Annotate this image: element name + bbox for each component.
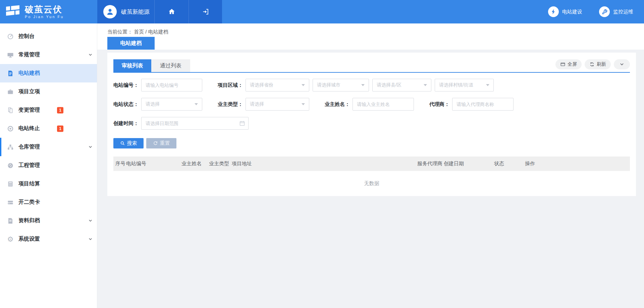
top-bar: 破茧云伏 Po Jian Yun Fu 破茧新能源	[0, 0, 644, 23]
fullscreen-icon	[560, 62, 566, 67]
sidebar-item-label: 仓库管理	[18, 143, 40, 150]
home-icon	[168, 8, 176, 16]
col-project-address: 项目地址	[232, 161, 417, 167]
col-owner-name: 业主姓名	[181, 161, 209, 167]
filter-owner-type: 业主类型： 请选择	[218, 98, 309, 111]
chevron-down-icon	[88, 237, 93, 241]
col-station-no: 电站编号	[126, 161, 181, 167]
module-link-monitoring[interactable]: 监控运维	[599, 6, 633, 17]
city-placeholder: 请选择城市	[317, 82, 340, 88]
avatar	[103, 5, 117, 18]
status-placeholder: 请选择	[146, 101, 160, 107]
tab-review-list[interactable]: 审核列表	[113, 59, 151, 72]
page-tab-station-archive[interactable]: 电站建档	[107, 37, 155, 50]
search-icon	[120, 141, 125, 146]
town-placeholder: 请选择村镇/街道	[439, 82, 473, 88]
filter-agent: 代理商：	[429, 98, 514, 111]
dashboard-icon	[7, 33, 14, 40]
page-content: 审核列表 通过列表 全屏 刷新	[97, 50, 644, 196]
sidebar-item-console[interactable]: 控制台	[0, 27, 97, 46]
gear-icon: ⚙	[7, 236, 14, 243]
tab-passed-list[interactable]: 通过列表	[151, 59, 190, 72]
brand-logo: 破茧云伏 Po Jian Yun Fu	[0, 0, 97, 23]
filter-created-time: 创建时间：	[113, 117, 249, 130]
breadcrumb-band: 当前位置： 首页 / 电站建档 电站建档	[97, 23, 644, 50]
station-no-input[interactable]	[141, 79, 202, 91]
filter-form: 电站编号： 项目区域： 请选择省份 请选择城市	[113, 73, 630, 130]
module-link-construction[interactable]: 电站建设	[548, 6, 582, 17]
created-time-label: 创建时间：	[113, 120, 139, 127]
sidebar-item-warehouse-management[interactable]: 仓库管理	[0, 138, 97, 156]
refresh-button[interactable]: 刷新	[585, 59, 611, 69]
dropdown-arrow-icon	[302, 103, 305, 105]
brand-subtitle: Po Jian Yun Fu	[25, 15, 64, 19]
dropdown-arrow-icon	[486, 84, 489, 86]
county-select[interactable]: 请选择县/区	[372, 79, 431, 91]
sidebar-item-general-management[interactable]: 常规管理	[0, 46, 97, 64]
results-table: 序号 电站编号 业主姓名 业主类型 项目地址 服务代理商 创建日期 状态 操作 …	[113, 157, 630, 196]
document-icon	[7, 70, 14, 77]
owner-type-placeholder: 请选择	[250, 101, 264, 107]
main-area: 当前位置： 首页 / 电站建档 电站建档 审核列表 通过列表 全屏	[97, 23, 644, 308]
home-button[interactable]	[154, 0, 189, 23]
dropdown-arrow-icon	[361, 84, 365, 86]
calculator-icon	[7, 181, 14, 187]
city-select[interactable]: 请选择城市	[313, 79, 369, 91]
region-label: 项目区域：	[218, 82, 243, 88]
col-owner-type: 业主类型	[209, 161, 232, 167]
agent-input[interactable]	[452, 98, 514, 111]
breadcrumb-path[interactable]: 首页 / 电站建档	[134, 29, 168, 35]
reset-button[interactable]: 重置	[146, 138, 176, 148]
sidebar-item-label: 系统设置	[18, 236, 40, 243]
logout-button[interactable]	[189, 0, 222, 23]
agent-label: 代理商：	[429, 101, 449, 108]
owner-type-select[interactable]: 请选择	[246, 98, 309, 111]
sidebar-item-system-settings[interactable]: ⚙ 系统设置	[0, 230, 97, 248]
gauge-icon	[7, 162, 14, 169]
chevron-down-icon	[620, 62, 624, 67]
current-user[interactable]: 破茧新能源	[97, 0, 154, 23]
sidebar-item-label: 控制台	[18, 33, 35, 40]
filter-row-3: 创建时间：	[113, 117, 630, 130]
sidebar-item-label: 资料归档	[18, 217, 40, 224]
archive-icon	[7, 218, 14, 224]
fullscreen-label: 全屏	[568, 61, 577, 67]
sidebar-item-station-archive[interactable]: 电站建档	[0, 64, 97, 82]
col-index: 序号	[115, 161, 126, 167]
sidebar-item-change-management[interactable]: 变更管理 1	[0, 101, 97, 119]
sidebar-item-data-archiving[interactable]: 资料归档	[0, 211, 97, 230]
station-status-select[interactable]: 请选择	[141, 98, 202, 111]
chevron-down-icon	[88, 219, 93, 223]
date-range-input[interactable]	[141, 117, 249, 130]
header-spacer	[222, 0, 548, 23]
wrench-icon	[599, 6, 610, 17]
collapse-toolbar-button[interactable]	[614, 59, 630, 69]
brand-name: 破茧云伏	[25, 5, 64, 14]
station-no-label: 电站编号：	[113, 82, 139, 88]
search-button[interactable]: 搜索	[113, 138, 144, 148]
sidebar-item-open-type2-card[interactable]: 开二类卡	[0, 193, 97, 211]
sidebar-item-project-settlement[interactable]: 项目结算	[0, 175, 97, 193]
province-select[interactable]: 请选择省份	[246, 79, 309, 91]
sitemap-icon	[7, 144, 14, 150]
fullscreen-button[interactable]: 全屏	[555, 59, 582, 69]
dropdown-arrow-icon	[302, 84, 305, 86]
sidebar-item-engineering-management[interactable]: 工程管理	[0, 156, 97, 175]
search-label: 搜索	[127, 140, 137, 146]
sidebar-item-project-initiation[interactable]: 项目立项	[0, 82, 97, 101]
owner-name-input[interactable]	[353, 98, 414, 111]
breadcrumb-prefix: 当前位置：	[107, 29, 132, 35]
sidebar-item-label: 常规管理	[18, 51, 40, 58]
town-select[interactable]: 请选择村镇/街道	[435, 79, 494, 91]
sidebar-item-label: 开二类卡	[18, 199, 40, 206]
sidebar: 控制台 常规管理 电站建档 项目立项 变更管理 1	[0, 23, 97, 308]
brand-text: 破茧云伏 Po Jian Yun Fu	[25, 5, 64, 19]
company-name: 破茧新能源	[121, 8, 150, 16]
header-nav-group: 破茧新能源	[97, 0, 222, 23]
briefcase-icon	[7, 88, 14, 95]
dropdown-arrow-icon	[424, 84, 427, 86]
col-service-agent: 服务代理商	[417, 161, 444, 167]
module-label: 电站建设	[562, 9, 582, 15]
sidebar-item-station-termination[interactable]: 电站终止 1	[0, 119, 97, 138]
reset-icon	[153, 141, 158, 146]
